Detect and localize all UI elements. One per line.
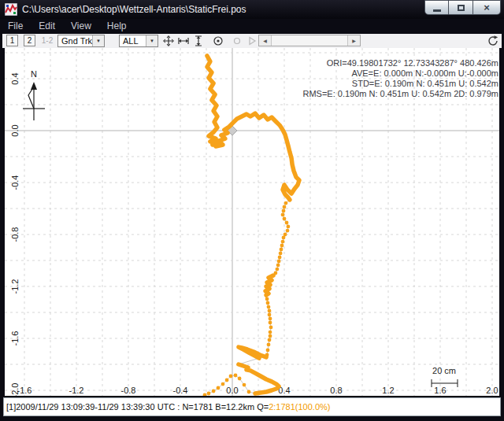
track-point: [278, 256, 282, 260]
minimize-button[interactable]: [424, 0, 449, 15]
track-point: [269, 334, 272, 338]
ground-track-plot: -1.6-1.2-0.8-0.40.00.40.81.21.62.00.40.0…: [5, 48, 499, 396]
track-point: [243, 383, 246, 387]
track-point: [269, 317, 272, 321]
fit-horizontal-button[interactable]: [176, 35, 190, 47]
fit-vertical-icon: [192, 35, 205, 47]
track-connector-line: [205, 56, 299, 395]
stats-line: RMS=E: 0.190m N: 0.451m U: 0.542m 2D: 0.…: [302, 89, 498, 98]
plot-area[interactable]: -1.6-1.2-0.8-0.40.00.40.81.21.62.00.40.0…: [5, 48, 499, 396]
track-point: [282, 236, 286, 240]
window-controls: ×: [424, 0, 501, 15]
time-scrollbar[interactable]: ◀ ▶: [258, 35, 361, 46]
menu-file[interactable]: File: [0, 19, 31, 34]
solution-12-button[interactable]: 1-2: [39, 35, 55, 46]
fit-icon: [162, 35, 175, 47]
track-point: [269, 331, 272, 334]
menu-edit[interactable]: Edit: [31, 19, 63, 34]
track-point: [282, 209, 286, 213]
scrollbar-track[interactable]: [272, 35, 347, 46]
track-point: [268, 309, 272, 313]
fit-vertical-button[interactable]: [191, 35, 205, 47]
window-title: C:\Users\acer\Desktop\Wettzell-Antaris\S…: [22, 4, 246, 15]
obs-filter-select[interactable]: ALL ▼: [119, 35, 158, 47]
reload-button[interactable]: [486, 35, 499, 47]
chevron-down-icon: ▼: [92, 35, 104, 46]
center-origin-icon: [212, 35, 224, 47]
stats-line: ORI=49.19801732° 12.73343287° 480.426m: [327, 58, 498, 68]
reload-icon: [487, 35, 499, 47]
y-tick-label: 0.0: [10, 124, 20, 136]
animate-button[interactable]: [245, 35, 258, 47]
play-icon: [246, 35, 258, 47]
toolbar: 1 2 1-2 Gnd Trk ▼ ALL ▼: [2, 34, 502, 48]
y-tick-label: -1.6: [10, 331, 20, 346]
track-point: [265, 297, 269, 301]
track-point: [287, 225, 291, 229]
track-point: [281, 240, 285, 244]
track-point: [217, 386, 220, 390]
y-tick-label: -0.8: [10, 227, 20, 242]
obs-filter-value: ALL: [120, 36, 146, 46]
track-point: [276, 264, 280, 268]
rtkplot-window: C:\Users\acer\Desktop\Wettzell-Antaris\S…: [0, 0, 504, 421]
fix-center-icon: [231, 35, 243, 47]
track-point: [280, 244, 284, 248]
minimize-icon: [433, 9, 441, 12]
track-point: [268, 338, 272, 342]
fit-horizontal-icon: [177, 35, 190, 47]
x-tick-label: -1.2: [69, 386, 84, 395]
fit-button[interactable]: [161, 35, 175, 47]
track-point: [221, 382, 225, 386]
x-tick-label: 0.0: [226, 386, 238, 395]
track-dense-segment: [265, 275, 273, 295]
scrollbar-left-arrow[interactable]: ◀: [259, 35, 272, 46]
status-quality: 2:1781(100.0%): [269, 402, 330, 412]
chevron-down-icon: ▼: [146, 35, 158, 46]
track-point: [286, 229, 290, 233]
plot-type-value: Gnd Trk: [58, 36, 92, 46]
track-point: [247, 390, 251, 394]
status-text: [1]2009/11/29 13:09:39-11/29 13:39:30 UT…: [6, 402, 269, 412]
center-origin-button[interactable]: [211, 35, 224, 47]
track-point: [229, 375, 233, 379]
maximize-icon: [458, 5, 465, 11]
scrollbar-right-arrow[interactable]: ▶: [347, 35, 360, 46]
y-tick-label: -0.4: [10, 175, 20, 190]
x-tick-label: 2.0: [486, 386, 498, 395]
y-tick-label: -2.0: [10, 383, 20, 396]
track-point: [212, 390, 216, 393]
x-tick-label: -0.4: [173, 386, 188, 395]
menu-view[interactable]: View: [63, 19, 99, 34]
track-point: [277, 260, 281, 264]
compass-arrowhead: [31, 82, 37, 90]
app-icon: [5, 3, 17, 16]
fix-center-button[interactable]: [230, 35, 243, 47]
x-tick-label: 0.8: [330, 386, 342, 395]
north-label: N: [31, 69, 37, 79]
maximize-button[interactable]: [449, 0, 473, 15]
track-point: [225, 379, 229, 382]
close-button[interactable]: ×: [473, 0, 501, 15]
menu-help[interactable]: Help: [99, 19, 135, 34]
track-point: [266, 301, 270, 305]
solution-2-button[interactable]: 2: [24, 35, 35, 46]
track-dense-segment: [207, 56, 299, 200]
stats-line: STD=E: 0.190m N: 0.451m U: 0.542m: [352, 79, 498, 88]
track-point: [238, 377, 242, 381]
plot-type-select[interactable]: Gnd Trk ▼: [57, 35, 105, 47]
track-point: [267, 343, 271, 347]
x-tick-label: -0.8: [121, 386, 136, 395]
stats-line: AVE=E: 0.000m N:-0.000m U:-0.000m: [351, 68, 498, 78]
track-point: [283, 205, 287, 209]
track-point: [285, 221, 289, 225]
track-point: [276, 268, 280, 271]
menubar: File Edit View Help: [0, 19, 504, 34]
y-tick-label: 0.4: [10, 72, 20, 84]
track-point: [203, 393, 207, 397]
track-point: [269, 326, 273, 330]
track-point: [269, 321, 272, 325]
solution-1-button[interactable]: 1: [6, 35, 18, 46]
track-point: [207, 392, 211, 396]
track-point: [279, 252, 283, 256]
